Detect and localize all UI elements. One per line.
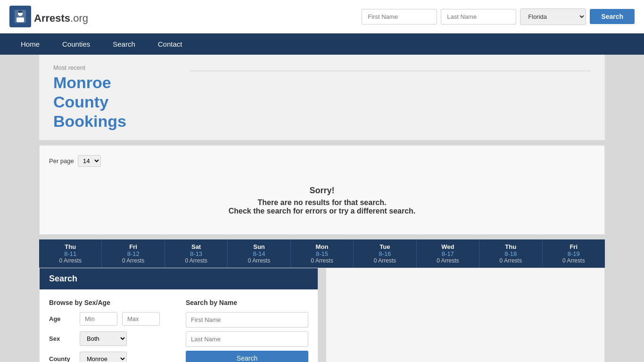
right-panel [326, 268, 605, 362]
nav-contact[interactable]: Contact [147, 33, 194, 55]
day-date[interactable]: 8-12 [104, 250, 162, 257]
day-date[interactable]: 8-14 [230, 250, 288, 257]
page-wrapper: Arrests.org Florida Alabama Georgia Texa… [0, 0, 644, 362]
search-panel-body: Browse by Sex/Age Age Sex Both Male Fema [40, 289, 318, 362]
sorry-line3: Check the search for errors or try a dif… [49, 207, 595, 215]
age-max-input[interactable] [122, 312, 160, 326]
search-first-name-input[interactable] [186, 312, 308, 328]
age-row: Age [49, 312, 172, 326]
browse-section: Browse by Sex/Age Age Sex Both Male Fema [49, 299, 172, 362]
browse-heading: Browse by Sex/Age [49, 299, 172, 306]
day-name: Fri [545, 243, 603, 250]
arrest-count: 0 Arrests [419, 257, 477, 264]
calendar-day[interactable]: Thu 8-11 0 Arrests [39, 239, 102, 268]
arrest-count: 0 Arrests [41, 257, 99, 264]
nav-bar: Home Counties Search Contact [0, 33, 644, 55]
sex-label: Sex [49, 335, 75, 342]
header-first-name-input[interactable] [362, 9, 437, 25]
county-row: County Monroe [49, 352, 172, 362]
calendar-day[interactable]: Fri 8-12 0 Arrests [102, 239, 165, 268]
results-section: Per page 14 7 25 50 Sorry! There are no … [39, 145, 605, 235]
calendar-day[interactable]: Tue 8-16 0 Arrests [354, 239, 416, 268]
county-select[interactable]: Monroe [80, 352, 127, 362]
county-name: Monroe County Bookings [53, 73, 176, 131]
header-search-button[interactable]: Search [590, 9, 635, 24]
day-date[interactable]: 8-11 [41, 250, 99, 257]
per-page-select[interactable]: 14 7 25 50 [78, 155, 101, 167]
header-state-select[interactable]: Florida Alabama Georgia Texas [520, 8, 586, 25]
content-area: Most recent Monroe County Bookings Per p… [39, 55, 605, 362]
day-date[interactable]: 8-19 [545, 250, 603, 257]
per-page-label: Per page [49, 157, 74, 165]
logo-text: Arrests.org [34, 8, 88, 25]
arrest-count: 0 Arrests [230, 257, 288, 264]
calendar-day[interactable]: Wed 8-17 0 Arrests [417, 239, 479, 268]
day-name: Tue [355, 243, 414, 250]
calendar-day[interactable]: Fri 8-19 0 Arrests [543, 239, 605, 268]
day-date[interactable]: 8-18 [481, 250, 540, 257]
most-recent-label: Most recent [53, 64, 176, 71]
sorry-line1: Sorry! [49, 186, 595, 196]
day-name: Mon [293, 243, 351, 250]
bottom-section: Search Browse by Sex/Age Age Sex Both [39, 268, 605, 362]
header: Arrests.org Florida Alabama Georgia Texa… [0, 0, 644, 33]
search-last-name-input[interactable] [186, 331, 308, 347]
svg-rect-2 [17, 17, 24, 22]
day-name: Thu [481, 243, 540, 250]
header-search-area: Florida Alabama Georgia Texas Search [105, 8, 635, 25]
search-panel-header: Search [40, 268, 318, 289]
search-name-heading: Search by Name [186, 299, 308, 306]
search-name-section: Search by Name Search [186, 299, 308, 362]
county-title-block: Most recent Monroe County Bookings [53, 64, 176, 131]
day-name: Thu [41, 243, 99, 250]
day-name: Wed [419, 243, 477, 250]
calendar-day[interactable]: Sat 8-13 0 Arrests [165, 239, 228, 268]
header-section: Arrests.org Florida Alabama Georgia Texa… [0, 0, 644, 55]
divider-line [190, 71, 591, 71]
nav-search[interactable]: Search [101, 33, 147, 55]
age-label: Age [49, 315, 75, 322]
nav-counties[interactable]: Counties [51, 33, 101, 55]
no-results-message: Sorry! There are no results for that sea… [49, 176, 595, 225]
logo[interactable]: Arrests.org [9, 6, 88, 27]
calendar-day[interactable]: Mon 8-15 0 Arrests [291, 239, 354, 268]
county-section: Most recent Monroe County Bookings [39, 55, 605, 140]
sex-select[interactable]: Both Male Female [80, 331, 127, 346]
search-name-button[interactable]: Search [186, 351, 308, 362]
calendar-bar: Thu 8-11 0 Arrests Fri 8-12 0 Arrests Sa… [39, 239, 605, 268]
svg-rect-3 [18, 11, 22, 13]
nav-home[interactable]: Home [9, 33, 51, 55]
sorry-line2: There are no results for that search. [49, 198, 595, 207]
day-date[interactable]: 8-15 [293, 250, 351, 257]
sex-row: Sex Both Male Female [49, 331, 172, 346]
header-last-name-input[interactable] [441, 9, 516, 25]
day-name: Sat [167, 243, 225, 250]
day-date[interactable]: 8-13 [167, 250, 225, 257]
arrest-count: 0 Arrests [481, 257, 540, 264]
day-date[interactable]: 8-17 [419, 250, 477, 257]
calendar-day[interactable]: Thu 8-18 0 Arrests [479, 239, 542, 268]
day-name: Sun [230, 243, 288, 250]
calendar-day[interactable]: Sun 8-14 0 Arrests [228, 239, 290, 268]
logo-icon [9, 6, 31, 27]
arrest-count: 0 Arrests [293, 257, 351, 264]
day-name: Fri [104, 243, 162, 250]
age-min-input[interactable] [80, 312, 117, 326]
arrest-count: 0 Arrests [545, 257, 603, 264]
arrest-count: 0 Arrests [167, 257, 225, 264]
arrest-count: 0 Arrests [355, 257, 414, 264]
day-date[interactable]: 8-16 [355, 250, 414, 257]
county-label: County [49, 355, 75, 362]
arrest-count: 0 Arrests [104, 257, 162, 264]
search-panel: Search Browse by Sex/Age Age Sex Both [39, 268, 318, 362]
per-page-row: Per page 14 7 25 50 [49, 155, 595, 167]
